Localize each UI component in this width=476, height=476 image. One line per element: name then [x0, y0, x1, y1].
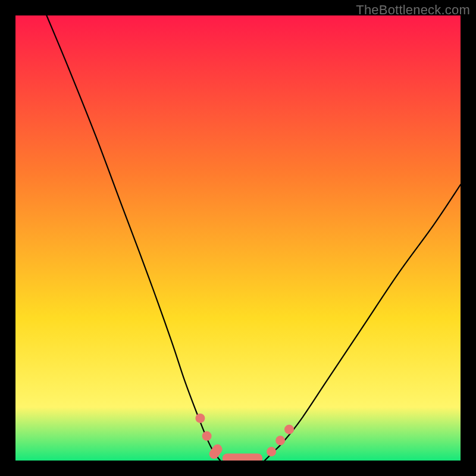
chart-svg — [15, 15, 461, 461]
marker-dot-4 — [267, 447, 276, 456]
marker-dot-1 — [202, 431, 212, 441]
marker-dot-6 — [284, 425, 294, 434]
outer-frame: TheBottleneck.com — [0, 0, 476, 476]
marker-pill-3 — [223, 453, 262, 461]
marker-dot-5 — [275, 436, 285, 445]
gradient-background — [15, 15, 461, 461]
marker-dot-0 — [195, 414, 205, 423]
plot-area — [15, 15, 461, 461]
